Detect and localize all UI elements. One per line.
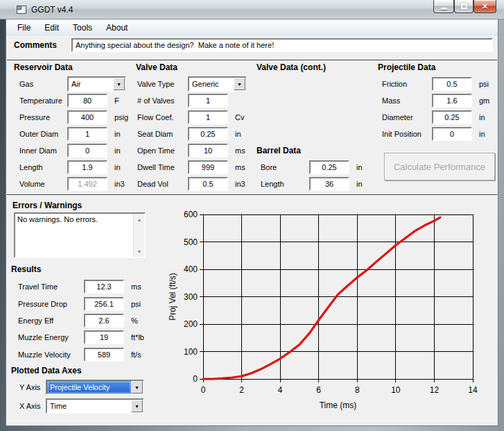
dead-vol-unit: in3 (235, 180, 245, 188)
muzzle-velocity-input[interactable]: 589 (84, 348, 124, 362)
close-button[interactable]: ✕ (473, 0, 496, 13)
inner-diam-label: Inner Diam (19, 146, 67, 155)
errors-warnings-text: No warnings. No errors. (17, 215, 132, 223)
length-unit: in (114, 163, 121, 171)
menu-item-file[interactable]: File (10, 22, 37, 34)
field-row-temperature: Temperature80F (19, 92, 128, 109)
dwell-time-input[interactable]: 999 (188, 160, 228, 174)
muzzle-energy-input[interactable]: 19 (84, 330, 124, 344)
menu-item-tools[interactable]: Tools (66, 22, 99, 34)
dwell-time-unit: ms (235, 163, 245, 171)
x-tick-label: 6 (316, 385, 321, 395)
length-label: Length (19, 163, 67, 171)
dropdown-arrow-icon[interactable]: ▼ (113, 78, 125, 90)
app-window: GGDT v4.4 ✕ FileEditToolsAbout Comments … (0, 0, 504, 431)
init-position-unit: in (479, 130, 485, 138)
pressure-input[interactable]: 400 (67, 110, 107, 124)
inner-diam-input[interactable]: 0 (67, 144, 107, 158)
gas-label: Gas (19, 80, 67, 88)
dead-vol-input[interactable]: 0.5 (188, 177, 228, 191)
flow-coef-unit: Cv (235, 113, 244, 121)
errors-scrollbar[interactable]: ▲ ▼ (133, 214, 144, 257)
x-axis-select[interactable]: Time ▼ (46, 398, 144, 414)
muzzle-velocity-unit: ft/s (131, 350, 141, 359)
open-time-label: Open Time (137, 146, 188, 155)
maximize-button[interactable] (454, 0, 473, 13)
dropdown-arrow-icon[interactable]: ▼ (131, 400, 143, 412)
pressure-drop-input[interactable]: 256.1 (84, 297, 124, 311)
seat-diam-input[interactable]: 0.25 (188, 127, 228, 141)
diameter-label: Diameter (382, 113, 432, 121)
field-row-diameter: Diameter0.25in (382, 109, 489, 126)
x-tick-label: 10 (391, 385, 401, 395)
divider-top (7, 60, 497, 61)
menu-item-about[interactable]: About (99, 22, 134, 34)
x-tick-label: 12 (430, 385, 440, 395)
window-title: GGDT v4.4 (31, 5, 73, 15)
open-time-unit: ms (235, 146, 245, 155)
mass-input[interactable]: 1.6 (432, 94, 472, 108)
field-row-inner-diam: Inner Diam0in (19, 142, 128, 159)
calculate-performance-button[interactable]: Calculate Performance (384, 153, 495, 180)
temperature-label: Temperature (19, 96, 67, 105)
results-fields: Travel Time12.3msPressure Drop256.1psiEn… (18, 278, 144, 363)
travel-time-input[interactable]: 12.3 (84, 280, 124, 294)
field-row-open-time: Open Time10ms (137, 142, 247, 159)
scroll-down-icon[interactable]: ▼ (134, 246, 144, 256)
field-row-volume: Volume1.492in3 (19, 176, 128, 192)
init-position-input[interactable]: 0 (432, 127, 472, 141)
num-valves-input[interactable]: 1 (188, 94, 228, 108)
y-axis-select[interactable]: Projectile Velocity ▼ (46, 380, 144, 395)
temperature-unit: F (114, 96, 119, 105)
dead-vol-label: Dead Vol (137, 180, 188, 188)
menu-bar: FileEditToolsAbout (6, 20, 498, 35)
field-row-outer-diam: Outer Diam1in (19, 126, 128, 142)
field-row-init-position: Init Position0in (382, 126, 489, 142)
y-tick-label: 0 (193, 374, 198, 384)
scroll-up-icon[interactable]: ▲ (134, 214, 144, 224)
field-row-energy-eff: Energy Eff2.6% (18, 312, 144, 329)
field-row-mass: Mass1.6gm (382, 92, 489, 109)
field-row-muzzle-energy: Muzzle Energy19ft*lb (18, 329, 144, 346)
field-row-length: Length1.9in (19, 159, 128, 176)
field-row-dwell-time: Dwell Time999ms (137, 159, 247, 176)
diameter-input[interactable]: 0.25 (432, 110, 472, 124)
friction-input[interactable]: 0.5 (432, 77, 472, 91)
friction-unit: psi (479, 80, 489, 88)
bore-input[interactable]: 0.25 (309, 160, 349, 174)
open-time-input[interactable]: 10 (188, 144, 228, 158)
minimize-button[interactable] (433, 0, 454, 13)
pressure-label: Pressure (19, 113, 67, 121)
outer-diam-input[interactable]: 1 (67, 127, 107, 141)
energy-eff-input[interactable]: 2.6 (84, 314, 124, 328)
y-tick-label: 200 (184, 319, 198, 329)
barrel-length-label: Length (261, 180, 309, 188)
gas-select[interactable]: Air▼ (67, 76, 126, 92)
pressure-drop-unit: psi (131, 300, 141, 308)
valve-type-select[interactable]: Generic▼ (188, 76, 247, 92)
barrel-data-header: Barrel Data (257, 146, 301, 155)
field-row-pressure: Pressure400psig (19, 109, 128, 126)
muzzle-energy-unit: ft*lb (131, 333, 144, 341)
init-position-label: Init Position (382, 130, 432, 138)
travel-time-unit: ms (131, 282, 141, 291)
y-axis-label: Y Axis (19, 383, 40, 391)
errors-warnings-box[interactable]: No warnings. No errors. ▲ ▼ (14, 212, 146, 258)
field-row-travel-time: Travel Time12.3ms (18, 278, 144, 295)
bore-label: Bore (261, 163, 309, 171)
menu-item-edit[interactable]: Edit (37, 22, 66, 34)
barrel-length-input[interactable]: 36 (309, 177, 349, 191)
dropdown-arrow-icon[interactable]: ▼ (131, 381, 143, 394)
projectile-data-header: Projectile Data (378, 62, 435, 72)
comments-input[interactable] (71, 38, 493, 52)
field-row-seat-diam: Seat Diam0.25in (137, 126, 247, 142)
flow-coef-input[interactable]: 1 (188, 110, 228, 124)
reservoir-data-fields: GasAir▼Temperature80FPressure400psigOute… (19, 76, 128, 192)
temperature-input[interactable]: 80 (67, 94, 107, 108)
length-input[interactable]: 1.9 (67, 160, 107, 174)
dropdown-arrow-icon[interactable]: ▼ (234, 78, 245, 90)
field-row-pressure-drop: Pressure Drop256.1psi (18, 295, 144, 312)
x-tick-label: 2 (239, 385, 244, 395)
field-row-valve-type: Valve TypeGeneric▼ (137, 76, 247, 92)
velocity-time-chart: 024681012140100200300400500600Time (ms)P… (166, 205, 499, 418)
